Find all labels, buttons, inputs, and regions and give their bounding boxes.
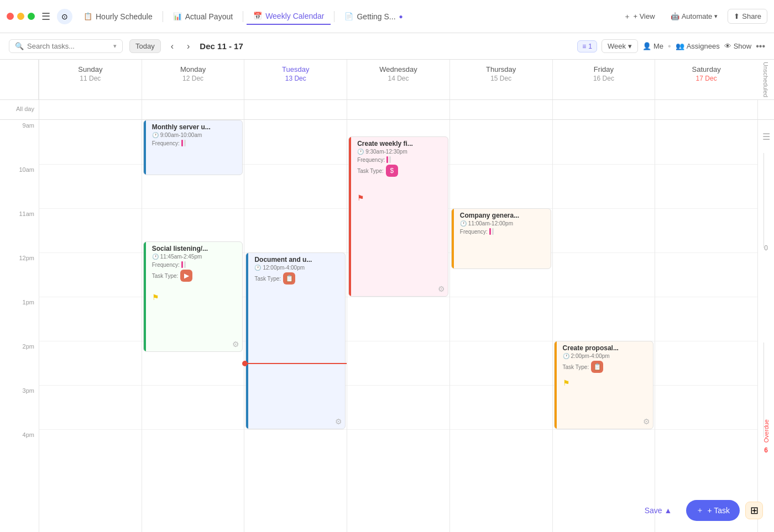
allday-sunday	[39, 100, 142, 119]
tab-weekly-calendar[interactable]: 📅 Weekly Calendar	[247, 8, 331, 25]
settings-icon-proposal[interactable]: ⚙	[643, 417, 650, 426]
freq-bar-2	[181, 261, 186, 268]
today-button[interactable]: Today	[129, 39, 161, 53]
clock-icon-4: 🕐	[357, 149, 364, 155]
task-company-general[interactable]: Company genera... 🕐 11:00am-12:00pm Freq…	[451, 208, 551, 269]
week-dropdown[interactable]: Week ▾	[602, 39, 638, 53]
sidebar-menu-icon[interactable]: ☰	[762, 131, 770, 142]
day-col-thursday: Company genera... 🕐 11:00am-12:00pm Freq…	[449, 120, 552, 532]
allday-tuesday	[244, 100, 347, 119]
header-time-spacer	[0, 60, 39, 99]
day-col-saturday	[655, 120, 757, 532]
save-button[interactable]: Save ▲	[636, 502, 681, 519]
task-bar-social	[144, 242, 146, 351]
task-monthly-server[interactable]: Monthly server u... 🕐 9:00am-10:00am Fre…	[143, 120, 243, 175]
titlebar: ☰ ⊙ 📋 Hourly Schedule 📊 Actual Payout 📅 …	[0, 0, 774, 33]
search-chevron-icon[interactable]: ▾	[113, 43, 117, 50]
next-week-button[interactable]: ›	[184, 40, 193, 52]
create-weekly-freq: Frequency:	[357, 156, 444, 163]
days-columns: Monthly server u... 🕐 9:00am-10:00am Fre…	[39, 120, 757, 532]
time-label-11am: 11am	[0, 208, 39, 252]
clock-icon-2: 🕐	[152, 254, 159, 260]
day-col-wednesday: Create weekly fi... 🕐 9:30am-12:30pm Fre…	[347, 120, 449, 532]
settings-icon-weekly[interactable]: ⚙	[438, 285, 445, 293]
plus-icon: ＋	[696, 505, 704, 515]
calendar: Sunday 11 Dec Monday 12 Dec Tuesday 13 D…	[0, 60, 774, 532]
maximize-button[interactable]	[28, 13, 35, 20]
social-listening-type: Task Type: ▶	[152, 270, 239, 282]
current-time-line	[244, 363, 347, 364]
titlebar-right: ＋ + View 🤖 Automate ▾ ⬆ Share	[618, 9, 767, 24]
show-icon: 👁	[724, 42, 731, 50]
tab-getting-started[interactable]: 📄 Getting S... ●	[338, 9, 409, 24]
calendar-icon: 📅	[253, 12, 262, 20]
more-options-button[interactable]: •••	[756, 41, 765, 51]
day-header-wednesday: Wednesday 14 Dec	[347, 60, 449, 99]
proposal-title: Create proposal...	[563, 344, 650, 352]
filter-icon: ≡	[582, 43, 586, 50]
add-task-button[interactable]: ＋ + Task	[686, 500, 740, 521]
settings-icon-document[interactable]: ⚙	[335, 417, 342, 426]
close-button[interactable]	[7, 13, 14, 20]
grid-icon: ⊞	[750, 504, 759, 517]
filter-badge[interactable]: ≡ 1	[577, 40, 597, 52]
assignees-button[interactable]: 👥 Assignees	[676, 42, 720, 50]
minimize-button[interactable]	[17, 13, 24, 20]
menu-icon[interactable]: ☰	[41, 10, 50, 23]
day-header-saturday: Saturday 17 Dec	[655, 60, 757, 99]
overdue-label: Overdue	[763, 419, 770, 443]
unscheduled-label: Unscheduled	[759, 60, 772, 99]
create-weekly-time: 🕐 9:30am-12:30pm	[357, 149, 444, 155]
social-flag: ⚑	[152, 293, 239, 302]
company-title: Company genera...	[460, 212, 547, 219]
me-button[interactable]: 👤 Me	[642, 42, 663, 50]
social-listening-title: Social listening/...	[152, 245, 239, 252]
search-box[interactable]: 🔍 ▾	[9, 39, 123, 53]
clock-icon-6: 🕐	[563, 353, 569, 359]
payout-icon: 📊	[173, 12, 182, 20]
time-label-12pm: 12pm	[0, 252, 39, 297]
day-header-monday: Monday 12 Dec	[142, 60, 244, 99]
tab-actual-payout[interactable]: 📊 Actual Payout	[166, 9, 239, 24]
unscheduled-divider	[763, 153, 764, 247]
automate-button[interactable]: 🤖 Automate ▾	[665, 9, 724, 23]
day-header-tuesday: Tuesday 13 Dec	[244, 60, 347, 99]
allday-saturday	[655, 100, 757, 119]
unscheduled-section: 0	[758, 153, 774, 343]
task-create-weekly[interactable]: Create weekly fi... 🕐 9:30am-12:30pm Fre…	[348, 136, 448, 297]
tab-hourly-schedule[interactable]: 📋 Hourly Schedule	[77, 9, 159, 24]
time-label-2pm: 2pm	[0, 341, 39, 385]
task-bar-weekly	[349, 137, 351, 296]
week-chevron-icon: ▾	[628, 42, 632, 50]
company-time: 🕐 11:00am-12:00pm	[460, 220, 547, 227]
proposal-time: 🕐 2:00pm-4:00pm	[563, 353, 650, 359]
grid-view-button[interactable]: ⊞	[745, 502, 763, 519]
assignees-icon: 👥	[676, 42, 684, 50]
separator-1: •	[668, 41, 671, 51]
share-button[interactable]: ⬆ Share	[728, 9, 767, 24]
task-document[interactable]: Document and u... 🕐 12:00pm-4:00pm Task …	[245, 252, 346, 429]
freq-bar-3	[386, 156, 391, 163]
search-input[interactable]	[27, 42, 110, 50]
task-create-proposal[interactable]: Create proposal... 🕐 2:00pm-4:00pm Task …	[554, 341, 654, 429]
create-weekly-badge: $	[386, 165, 398, 177]
task-social-listening[interactable]: Social listening/... 🕐 11:45am-2:45pm Fr…	[143, 241, 243, 352]
task-bar-proposal	[555, 341, 557, 429]
plus-icon: ＋	[624, 12, 631, 22]
create-weekly-title: Create weekly fi...	[357, 140, 444, 148]
show-button[interactable]: 👁 Show	[724, 42, 752, 50]
unscheduled-header: Unscheduled	[757, 60, 774, 99]
day-col-sunday	[39, 120, 142, 532]
monthly-server-title: Monthly server u...	[152, 123, 239, 131]
time-label-1pm: 1pm	[0, 297, 39, 341]
search-icon: 🔍	[15, 42, 24, 50]
document-badge: 📋	[283, 272, 295, 285]
day-headers: Sunday 11 Dec Monday 12 Dec Tuesday 13 D…	[0, 60, 774, 100]
view-button[interactable]: ＋ + View	[618, 9, 660, 24]
time-labels: 9am 10am 11am 12pm 1pm 2pm 3pm 4pm	[0, 120, 39, 532]
settings-icon-social[interactable]: ⚙	[232, 340, 239, 349]
document-title: Document and u...	[254, 256, 341, 264]
prev-week-button[interactable]: ‹	[168, 40, 177, 52]
proposal-flag: ⚑	[563, 378, 650, 387]
day-header-friday: Friday 16 Dec	[552, 60, 655, 99]
